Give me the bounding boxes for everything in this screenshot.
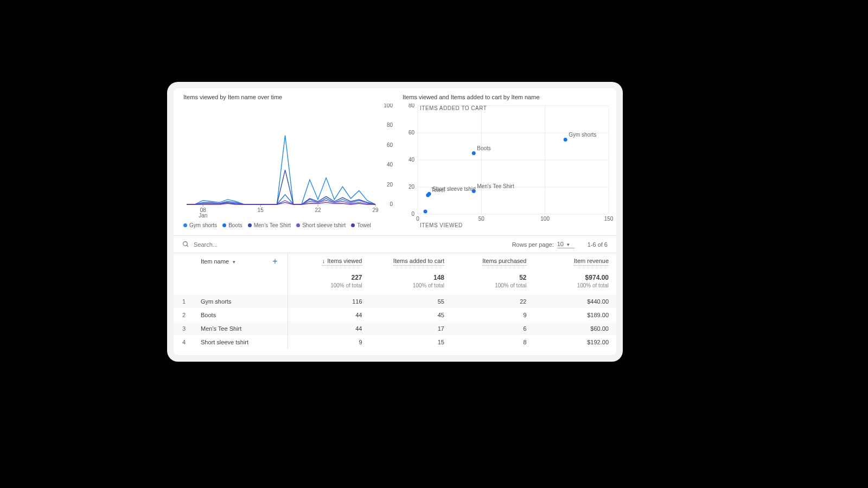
legend-item[interactable]: Gym shorts xyxy=(183,222,217,228)
metric-cell: 44 xyxy=(288,322,370,335)
legend-item[interactable]: Men's Tee Shirt xyxy=(248,222,291,228)
row-index: 1 xyxy=(174,294,193,308)
svg-text:60: 60 xyxy=(409,130,415,136)
item-name[interactable]: Boots xyxy=(201,312,216,318)
item-name[interactable]: Short sleeve tshirt xyxy=(201,339,248,345)
table-row[interactable]: 3Men's Tee Shirt44176$60.00 xyxy=(174,322,616,335)
chevron-down-icon xyxy=(231,258,235,265)
svg-text:80: 80 xyxy=(409,104,415,108)
legend-item[interactable]: Boots xyxy=(222,222,242,228)
legend-dot-icon xyxy=(351,223,355,227)
pagination-range: 1-6 of 6 xyxy=(588,241,608,248)
svg-text:100: 100 xyxy=(384,104,393,108)
total-items-viewed: 227 xyxy=(296,274,362,281)
table-row[interactable]: 1Gym shorts1165522$440.00 xyxy=(174,294,616,308)
scatter-chart-title: Items viewed and Items added to cart by … xyxy=(403,94,613,100)
svg-text:Gym shorts: Gym shorts xyxy=(569,132,596,138)
svg-text:Men's Tee Shirt: Men's Tee Shirt xyxy=(477,183,514,189)
svg-text:ITEMS ADDED TO CART: ITEMS ADDED TO CART xyxy=(420,105,487,111)
svg-text:80: 80 xyxy=(387,122,393,128)
total-items-added: 148 xyxy=(378,274,445,281)
row-index: 2 xyxy=(174,308,193,322)
total-item-revenue: $974.00 xyxy=(542,274,609,281)
item-name[interactable]: Gym shorts xyxy=(201,298,231,305)
metric-cell: $60.00 xyxy=(534,322,617,335)
col-items-added[interactable]: Items added to cart xyxy=(393,258,444,266)
svg-text:Boots: Boots xyxy=(477,145,491,151)
data-table: Item name + ↓ Items viewed xyxy=(174,253,616,349)
metric-cell: 45 xyxy=(370,308,452,322)
metric-cell: 8 xyxy=(452,335,534,349)
col-items-viewed[interactable]: ↓ Items viewed xyxy=(322,258,362,266)
metric-cell: 22 xyxy=(452,294,534,308)
search-input[interactable] xyxy=(193,241,290,248)
scatter-chart[interactable]: 020406080050100150ITEMS ADDED TO CARTITE… xyxy=(403,104,613,229)
svg-text:0: 0 xyxy=(416,216,419,222)
metric-cell: $440.00 xyxy=(534,294,617,308)
svg-text:20: 20 xyxy=(387,182,393,188)
line-chart-legend: Gym shortsBootsMen's Tee ShirtShort slee… xyxy=(183,222,394,228)
svg-text:0: 0 xyxy=(390,201,393,207)
dimension-picker[interactable]: Item name xyxy=(201,258,235,265)
svg-point-47 xyxy=(183,242,188,246)
table-row[interactable]: 4Short sleeve tshirt9158$192.00 xyxy=(174,335,616,349)
legend-dot-icon xyxy=(248,223,252,227)
svg-text:100: 100 xyxy=(540,216,550,222)
sort-desc-icon: ↓ xyxy=(322,258,326,264)
row-index: 3 xyxy=(174,322,193,335)
analytics-report: Items viewed by Item name over time 0204… xyxy=(174,88,616,355)
svg-text:ITEMS VIEWED: ITEMS VIEWED xyxy=(420,222,463,228)
line-chart-title: Items viewed by Item name over time xyxy=(183,94,394,100)
metric-cell: $192.00 xyxy=(534,335,617,349)
svg-text:150: 150 xyxy=(604,216,613,222)
chevron-down-icon xyxy=(565,241,570,247)
svg-text:0: 0 xyxy=(411,211,414,217)
svg-text:15: 15 xyxy=(258,207,264,213)
metric-cell: 9 xyxy=(288,335,370,349)
metric-cell: 9 xyxy=(452,308,534,322)
svg-text:Jan: Jan xyxy=(199,213,207,217)
metric-cell: 55 xyxy=(370,294,452,308)
add-dimension-button[interactable]: + xyxy=(270,257,279,266)
search-icon[interactable] xyxy=(182,241,189,248)
svg-text:50: 50 xyxy=(478,216,485,222)
metric-cell: 6 xyxy=(452,322,534,335)
svg-text:29: 29 xyxy=(372,207,379,213)
table-row[interactable]: 2Boots44459$189.00 xyxy=(174,308,616,322)
table-controls: Rows per page: 10 1-6 of 6 xyxy=(174,236,616,253)
total-items-purchased: 52 xyxy=(459,274,527,281)
line-chart-card: Items viewed by Item name over time 0204… xyxy=(180,88,397,235)
col-items-purchased[interactable]: Items purchased xyxy=(482,258,526,266)
metric-cell: 116 xyxy=(288,294,370,308)
metric-cell: $189.00 xyxy=(534,308,617,322)
svg-point-46 xyxy=(424,210,427,214)
metric-cell: 15 xyxy=(370,335,452,349)
item-name[interactable]: Men's Tee Shirt xyxy=(201,325,241,332)
scatter-chart-card: Items viewed and Items added to cart by … xyxy=(399,88,616,235)
svg-text:60: 60 xyxy=(387,142,393,148)
rows-per-page-select[interactable]: 10 xyxy=(557,241,575,248)
svg-text:20: 20 xyxy=(409,184,415,190)
legend-dot-icon xyxy=(183,223,187,227)
svg-point-36 xyxy=(564,138,567,142)
svg-point-44 xyxy=(426,194,430,197)
svg-point-38 xyxy=(472,151,476,155)
metric-cell: 44 xyxy=(288,308,370,322)
legend-dot-icon xyxy=(296,223,300,227)
legend-item[interactable]: Towel xyxy=(351,222,371,228)
line-chart[interactable]: 02040608010008152229Jan xyxy=(183,104,394,217)
svg-text:22: 22 xyxy=(315,207,322,213)
svg-text:40: 40 xyxy=(409,157,415,163)
svg-line-48 xyxy=(187,245,188,247)
svg-text:Towel: Towel xyxy=(431,187,445,193)
col-item-revenue[interactable]: Item revenue xyxy=(574,258,609,266)
rows-per-page-label: Rows per page: xyxy=(512,241,554,248)
legend-dot-icon xyxy=(222,223,226,227)
svg-text:40: 40 xyxy=(387,162,393,168)
row-index: 4 xyxy=(174,335,193,349)
metric-cell: 17 xyxy=(370,322,452,335)
legend-item[interactable]: Short sleeve tshirt xyxy=(296,222,346,228)
